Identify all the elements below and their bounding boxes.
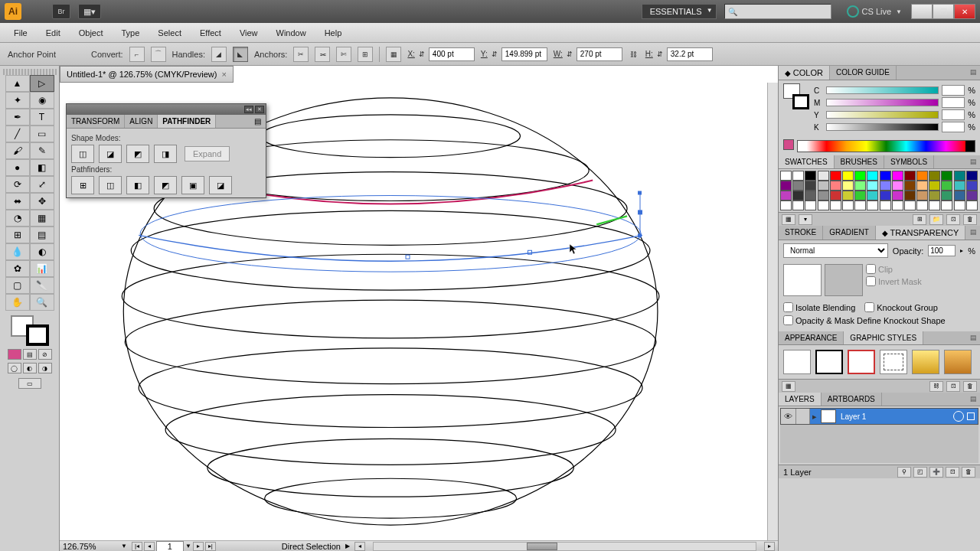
cyan-slider[interactable] bbox=[826, 86, 939, 94]
menu-edit[interactable]: Edit bbox=[37, 25, 70, 41]
swatch[interactable] bbox=[941, 191, 952, 201]
swatch[interactable] bbox=[780, 201, 792, 210]
none-mode-icon[interactable]: ⊘ bbox=[38, 349, 52, 360]
swatch[interactable] bbox=[818, 201, 829, 210]
swatch-options-icon[interactable]: ⊞ bbox=[913, 214, 926, 225]
hand-tool[interactable]: ✋ bbox=[5, 294, 30, 311]
black-input[interactable] bbox=[942, 122, 965, 132]
prev-artboard-button[interactable]: ◂ bbox=[144, 542, 155, 551]
swatch[interactable] bbox=[854, 191, 866, 201]
panel-menu-icon[interactable]: ▤ bbox=[970, 334, 977, 341]
tab-graphicstyles[interactable]: GRAPHIC STYLES bbox=[844, 331, 923, 344]
swatch[interactable] bbox=[780, 181, 792, 191]
style-yellow[interactable] bbox=[912, 350, 939, 374]
collapse-icon[interactable]: ◂◂ bbox=[244, 106, 253, 113]
swatch[interactable] bbox=[792, 171, 804, 181]
free-transform-tool[interactable]: ✥ bbox=[30, 193, 54, 210]
type-tool[interactable]: T bbox=[30, 109, 54, 126]
close-tab-icon[interactable]: × bbox=[221, 70, 226, 79]
clip-checkbox[interactable] bbox=[866, 264, 876, 274]
layer-name[interactable]: Layer 1 bbox=[838, 412, 950, 421]
swatch[interactable] bbox=[842, 171, 854, 181]
style-dashed[interactable] bbox=[880, 350, 907, 374]
menu-effect[interactable]: Effect bbox=[191, 25, 230, 41]
h-stepper[interactable]: ⇵ bbox=[655, 47, 665, 61]
first-artboard-button[interactable]: |◂ bbox=[132, 542, 142, 551]
swatch[interactable] bbox=[880, 181, 891, 191]
tab-swatches[interactable]: SWATCHES bbox=[779, 155, 835, 168]
handles-show-icon[interactable]: ◢ bbox=[211, 47, 227, 62]
swatch[interactable] bbox=[929, 191, 940, 201]
pencil-tool[interactable]: ✎ bbox=[30, 142, 54, 159]
swatch[interactable] bbox=[880, 171, 891, 181]
tab-transform[interactable]: TRANSFORM bbox=[67, 115, 125, 128]
menu-view[interactable]: View bbox=[230, 25, 267, 41]
perspective-tool[interactable]: ▦ bbox=[30, 210, 54, 227]
screen-mode-icon[interactable]: ▭ bbox=[18, 378, 41, 389]
vertical-scrollbar[interactable] bbox=[767, 83, 778, 540]
yellow-slider[interactable] bbox=[826, 111, 939, 119]
close-panel-icon[interactable]: ✕ bbox=[255, 106, 264, 113]
crop-icon[interactable]: ◩ bbox=[154, 176, 177, 194]
visibility-icon[interactable]: 👁 bbox=[781, 409, 796, 424]
y-input[interactable] bbox=[501, 47, 547, 61]
divide-icon[interactable]: ⊞ bbox=[71, 176, 94, 194]
menu-help[interactable]: Help bbox=[315, 25, 351, 41]
eraser-tool[interactable]: ◧ bbox=[30, 159, 54, 176]
swatch[interactable] bbox=[867, 181, 878, 191]
swatch[interactable] bbox=[818, 171, 829, 181]
swatch[interactable] bbox=[916, 181, 928, 191]
fill-stroke-control[interactable] bbox=[11, 315, 49, 346]
scroll-left-button[interactable]: ◂ bbox=[354, 542, 365, 551]
color-fill-stroke[interactable] bbox=[783, 83, 809, 109]
merge-icon[interactable]: ◧ bbox=[126, 176, 149, 194]
anchor-remove-icon[interactable]: ✂ bbox=[293, 47, 309, 62]
zoom-level[interactable]: 126.75% bbox=[63, 542, 116, 551]
locate-layer-icon[interactable]: ⚲ bbox=[897, 467, 911, 478]
swatch[interactable] bbox=[818, 191, 829, 201]
opmask-checkbox[interactable] bbox=[783, 315, 793, 325]
swatch[interactable] bbox=[941, 181, 952, 191]
panel-menu-icon[interactable]: ▤ bbox=[250, 115, 266, 128]
swatch[interactable] bbox=[805, 181, 816, 191]
tab-brushes[interactable]: BRUSHES bbox=[835, 155, 884, 168]
swatch-lib-icon[interactable]: ▦ bbox=[782, 214, 795, 225]
panel-menu-icon[interactable]: ▤ bbox=[970, 68, 977, 76]
tab-artboards[interactable]: ARTBOARDS bbox=[822, 393, 882, 406]
gradient-tool[interactable]: ▤ bbox=[30, 227, 54, 243]
swatch[interactable] bbox=[830, 171, 841, 181]
swatch[interactable] bbox=[966, 191, 978, 201]
menu-file[interactable]: File bbox=[5, 25, 37, 41]
lock-column[interactable] bbox=[796, 409, 810, 424]
swatch[interactable] bbox=[842, 201, 854, 210]
tab-appearance[interactable]: APPEARANCE bbox=[779, 331, 844, 344]
cslive-button[interactable]: CS Live▼ bbox=[847, 5, 902, 18]
blend-mode-select[interactable]: Normal bbox=[783, 243, 888, 258]
tab-layers[interactable]: LAYERS bbox=[779, 393, 822, 406]
swatch[interactable] bbox=[805, 171, 816, 181]
new-sublayer-icon[interactable]: ➕ bbox=[929, 467, 943, 478]
swatch[interactable] bbox=[966, 171, 978, 181]
link-wh-icon[interactable]: ⛓ bbox=[629, 47, 639, 61]
swatch[interactable] bbox=[904, 181, 916, 191]
swatch[interactable] bbox=[954, 171, 965, 181]
y-stepper[interactable]: ⇵ bbox=[489, 47, 500, 61]
spectrum-picker[interactable] bbox=[797, 140, 975, 152]
swatch[interactable] bbox=[892, 201, 903, 210]
panel-menu-icon[interactable]: ▤ bbox=[970, 228, 977, 236]
swatch[interactable] bbox=[954, 181, 965, 191]
invert-mask-checkbox[interactable] bbox=[866, 276, 876, 286]
intersect-icon[interactable]: ◩ bbox=[126, 145, 149, 163]
line-tool[interactable]: ╱ bbox=[5, 126, 30, 142]
delete-swatch-icon[interactable]: 🗑 bbox=[963, 214, 977, 225]
swatch[interactable] bbox=[842, 181, 854, 191]
swatch[interactable] bbox=[867, 201, 878, 210]
swatch[interactable] bbox=[867, 171, 878, 181]
search-input[interactable] bbox=[724, 4, 831, 19]
scale-tool[interactable]: ⤢ bbox=[30, 176, 54, 193]
magenta-slider[interactable] bbox=[826, 99, 939, 106]
last-color-swatch[interactable] bbox=[783, 139, 794, 150]
transparency-thumb[interactable] bbox=[783, 264, 822, 296]
menu-object[interactable]: Object bbox=[70, 25, 113, 41]
swatch[interactable] bbox=[805, 201, 816, 210]
